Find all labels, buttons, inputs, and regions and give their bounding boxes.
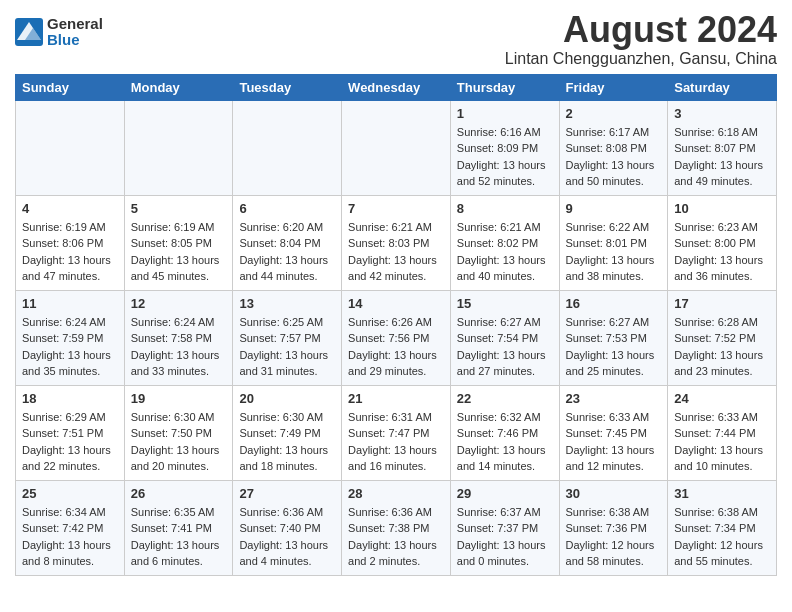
calendar-cell: 7Sunrise: 6:21 AM Sunset: 8:03 PM Daylig… (342, 195, 451, 290)
day-info: Sunrise: 6:36 AM Sunset: 7:38 PM Dayligh… (348, 504, 444, 570)
day-number: 13 (239, 296, 335, 311)
logo-text: General Blue (47, 16, 103, 48)
day-info: Sunrise: 6:38 AM Sunset: 7:34 PM Dayligh… (674, 504, 770, 570)
calendar-cell: 17Sunrise: 6:28 AM Sunset: 7:52 PM Dayli… (668, 290, 777, 385)
day-number: 17 (674, 296, 770, 311)
day-info: Sunrise: 6:37 AM Sunset: 7:37 PM Dayligh… (457, 504, 553, 570)
day-info: Sunrise: 6:24 AM Sunset: 7:59 PM Dayligh… (22, 314, 118, 380)
day-info: Sunrise: 6:30 AM Sunset: 7:49 PM Dayligh… (239, 409, 335, 475)
weekday-header-monday: Monday (124, 74, 233, 100)
day-number: 10 (674, 201, 770, 216)
calendar-cell: 12Sunrise: 6:24 AM Sunset: 7:58 PM Dayli… (124, 290, 233, 385)
day-info: Sunrise: 6:30 AM Sunset: 7:50 PM Dayligh… (131, 409, 227, 475)
day-info: Sunrise: 6:33 AM Sunset: 7:44 PM Dayligh… (674, 409, 770, 475)
location-title: Lintan Chengguanzhen, Gansu, China (505, 50, 777, 68)
day-info: Sunrise: 6:29 AM Sunset: 7:51 PM Dayligh… (22, 409, 118, 475)
page-header: General Blue August 2024 Lintan Chenggua… (15, 10, 777, 68)
calendar-cell: 29Sunrise: 6:37 AM Sunset: 7:37 PM Dayli… (450, 480, 559, 575)
day-number: 12 (131, 296, 227, 311)
calendar-cell: 8Sunrise: 6:21 AM Sunset: 8:02 PM Daylig… (450, 195, 559, 290)
day-info: Sunrise: 6:36 AM Sunset: 7:40 PM Dayligh… (239, 504, 335, 570)
day-info: Sunrise: 6:17 AM Sunset: 8:08 PM Dayligh… (566, 124, 662, 190)
day-info: Sunrise: 6:28 AM Sunset: 7:52 PM Dayligh… (674, 314, 770, 380)
logo-icon (15, 18, 43, 46)
logo-blue: Blue (47, 31, 80, 48)
day-info: Sunrise: 6:26 AM Sunset: 7:56 PM Dayligh… (348, 314, 444, 380)
calendar-cell: 6Sunrise: 6:20 AM Sunset: 8:04 PM Daylig… (233, 195, 342, 290)
day-info: Sunrise: 6:21 AM Sunset: 8:03 PM Dayligh… (348, 219, 444, 285)
weekday-header-tuesday: Tuesday (233, 74, 342, 100)
day-number: 6 (239, 201, 335, 216)
calendar-cell (124, 100, 233, 195)
calendar-cell: 2Sunrise: 6:17 AM Sunset: 8:08 PM Daylig… (559, 100, 668, 195)
logo: General Blue (15, 16, 103, 48)
day-number: 2 (566, 106, 662, 121)
day-info: Sunrise: 6:23 AM Sunset: 8:00 PM Dayligh… (674, 219, 770, 285)
day-info: Sunrise: 6:19 AM Sunset: 8:06 PM Dayligh… (22, 219, 118, 285)
day-number: 14 (348, 296, 444, 311)
weekday-header-sunday: Sunday (16, 74, 125, 100)
calendar-cell: 3Sunrise: 6:18 AM Sunset: 8:07 PM Daylig… (668, 100, 777, 195)
calendar-cell: 10Sunrise: 6:23 AM Sunset: 8:00 PM Dayli… (668, 195, 777, 290)
day-number: 19 (131, 391, 227, 406)
week-row-5: 25Sunrise: 6:34 AM Sunset: 7:42 PM Dayli… (16, 480, 777, 575)
week-row-1: 1Sunrise: 6:16 AM Sunset: 8:09 PM Daylig… (16, 100, 777, 195)
day-number: 1 (457, 106, 553, 121)
calendar-cell: 16Sunrise: 6:27 AM Sunset: 7:53 PM Dayli… (559, 290, 668, 385)
title-area: August 2024 Lintan Chengguanzhen, Gansu,… (505, 10, 777, 68)
calendar-cell (233, 100, 342, 195)
calendar-cell (16, 100, 125, 195)
calendar-cell: 25Sunrise: 6:34 AM Sunset: 7:42 PM Dayli… (16, 480, 125, 575)
header-row: SundayMondayTuesdayWednesdayThursdayFrid… (16, 74, 777, 100)
calendar-cell: 9Sunrise: 6:22 AM Sunset: 8:01 PM Daylig… (559, 195, 668, 290)
calendar-cell: 30Sunrise: 6:38 AM Sunset: 7:36 PM Dayli… (559, 480, 668, 575)
day-number: 23 (566, 391, 662, 406)
day-number: 28 (348, 486, 444, 501)
calendar-cell: 22Sunrise: 6:32 AM Sunset: 7:46 PM Dayli… (450, 385, 559, 480)
calendar-cell: 23Sunrise: 6:33 AM Sunset: 7:45 PM Dayli… (559, 385, 668, 480)
week-row-4: 18Sunrise: 6:29 AM Sunset: 7:51 PM Dayli… (16, 385, 777, 480)
calendar-cell: 19Sunrise: 6:30 AM Sunset: 7:50 PM Dayli… (124, 385, 233, 480)
day-info: Sunrise: 6:32 AM Sunset: 7:46 PM Dayligh… (457, 409, 553, 475)
day-number: 29 (457, 486, 553, 501)
calendar-cell (342, 100, 451, 195)
day-number: 3 (674, 106, 770, 121)
day-info: Sunrise: 6:35 AM Sunset: 7:41 PM Dayligh… (131, 504, 227, 570)
day-number: 7 (348, 201, 444, 216)
calendar-cell: 27Sunrise: 6:36 AM Sunset: 7:40 PM Dayli… (233, 480, 342, 575)
day-number: 9 (566, 201, 662, 216)
day-info: Sunrise: 6:22 AM Sunset: 8:01 PM Dayligh… (566, 219, 662, 285)
day-number: 18 (22, 391, 118, 406)
calendar-cell: 24Sunrise: 6:33 AM Sunset: 7:44 PM Dayli… (668, 385, 777, 480)
weekday-header-thursday: Thursday (450, 74, 559, 100)
day-number: 30 (566, 486, 662, 501)
week-row-3: 11Sunrise: 6:24 AM Sunset: 7:59 PM Dayli… (16, 290, 777, 385)
day-info: Sunrise: 6:27 AM Sunset: 7:53 PM Dayligh… (566, 314, 662, 380)
calendar-cell: 15Sunrise: 6:27 AM Sunset: 7:54 PM Dayli… (450, 290, 559, 385)
day-number: 24 (674, 391, 770, 406)
calendar-cell: 4Sunrise: 6:19 AM Sunset: 8:06 PM Daylig… (16, 195, 125, 290)
day-info: Sunrise: 6:19 AM Sunset: 8:05 PM Dayligh… (131, 219, 227, 285)
day-info: Sunrise: 6:24 AM Sunset: 7:58 PM Dayligh… (131, 314, 227, 380)
day-number: 4 (22, 201, 118, 216)
day-number: 26 (131, 486, 227, 501)
calendar-cell: 26Sunrise: 6:35 AM Sunset: 7:41 PM Dayli… (124, 480, 233, 575)
day-info: Sunrise: 6:34 AM Sunset: 7:42 PM Dayligh… (22, 504, 118, 570)
day-number: 27 (239, 486, 335, 501)
calendar-cell: 28Sunrise: 6:36 AM Sunset: 7:38 PM Dayli… (342, 480, 451, 575)
day-number: 11 (22, 296, 118, 311)
calendar-cell: 13Sunrise: 6:25 AM Sunset: 7:57 PM Dayli… (233, 290, 342, 385)
calendar-cell: 14Sunrise: 6:26 AM Sunset: 7:56 PM Dayli… (342, 290, 451, 385)
day-number: 31 (674, 486, 770, 501)
day-info: Sunrise: 6:27 AM Sunset: 7:54 PM Dayligh… (457, 314, 553, 380)
day-info: Sunrise: 6:25 AM Sunset: 7:57 PM Dayligh… (239, 314, 335, 380)
day-number: 8 (457, 201, 553, 216)
calendar-cell: 20Sunrise: 6:30 AM Sunset: 7:49 PM Dayli… (233, 385, 342, 480)
day-number: 15 (457, 296, 553, 311)
calendar-table: SundayMondayTuesdayWednesdayThursdayFrid… (15, 74, 777, 576)
calendar-cell: 5Sunrise: 6:19 AM Sunset: 8:05 PM Daylig… (124, 195, 233, 290)
day-number: 5 (131, 201, 227, 216)
calendar-cell: 1Sunrise: 6:16 AM Sunset: 8:09 PM Daylig… (450, 100, 559, 195)
day-info: Sunrise: 6:20 AM Sunset: 8:04 PM Dayligh… (239, 219, 335, 285)
month-title: August 2024 (505, 10, 777, 50)
